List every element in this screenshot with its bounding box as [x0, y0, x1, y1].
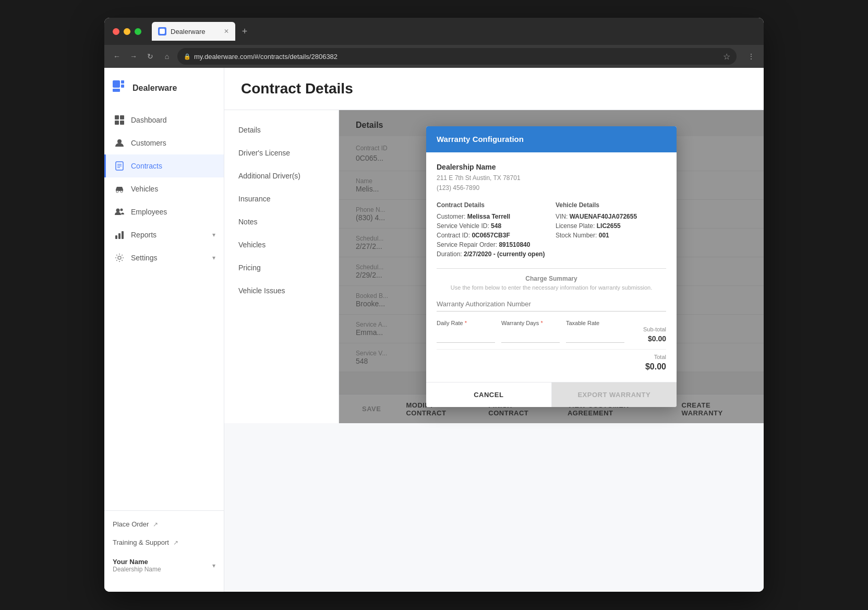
sidebar-item-vehicles[interactable]: Vehicles — [104, 177, 224, 200]
employees-icon — [114, 207, 125, 217]
dealership-address: 211 E 7th St Austin, TX 78701 — [437, 173, 666, 183]
taxable-rate-input[interactable] — [566, 328, 624, 343]
place-order-link[interactable]: Place Order ↗ — [104, 515, 224, 533]
subtotal-value: $0.00 — [633, 334, 666, 343]
user-section[interactable]: Your Name Dealership Name ▾ — [104, 552, 224, 579]
total-label: Total — [645, 354, 666, 360]
subtotal-section: Sub-total $0.00 — [624, 326, 666, 343]
settings-icon — [114, 253, 125, 263]
nav-insurance[interactable]: Insurance — [224, 187, 339, 210]
address-bar: ← → ↻ ⌂ 🔒 my.dealerware.com/#/contracts/… — [104, 45, 764, 68]
sidebar-item-dashboard[interactable]: Dashboard — [104, 109, 224, 131]
reports-label: Reports — [131, 231, 156, 239]
close-button[interactable] — [113, 28, 119, 35]
nav-drivers-license[interactable]: Driver's License — [224, 141, 339, 164]
employees-label: Employees — [131, 208, 167, 216]
sidebar-item-settings[interactable]: Settings ▾ — [104, 246, 224, 269]
stock-row: Stock Number: 001 — [556, 232, 666, 239]
vehicle-details-section: Vehicle Details VIN: WAUENAF40JA072655 L… — [556, 201, 666, 260]
svg-rect-3 — [113, 89, 120, 92]
tab-close-icon[interactable]: ✕ — [224, 28, 229, 35]
new-tab-button[interactable]: + — [237, 24, 252, 39]
warranty-days-field: Warranty Days * — [501, 320, 560, 343]
reports-icon — [114, 230, 125, 240]
stock-value: 001 — [599, 232, 609, 239]
sidebar: Dealerware Dashboard — [104, 68, 224, 592]
customers-label: Customers — [131, 139, 166, 147]
tab-favicon — [158, 27, 166, 35]
sidebar-item-reports[interactable]: Reports ▾ — [104, 223, 224, 246]
logo-text: Dealerware — [132, 83, 177, 93]
sidebar-item-contracts[interactable]: Contracts — [104, 154, 224, 177]
cancel-button[interactable]: CANCEL — [426, 382, 552, 407]
page-title: Contract Details — [241, 80, 747, 97]
training-support-label: Training & Support — [113, 539, 169, 546]
sidebar-item-employees[interactable]: Employees — [104, 200, 224, 223]
service-vehicle-value: 548 — [491, 222, 501, 230]
fullscreen-button[interactable] — [135, 28, 141, 35]
settings-arrow-icon: ▾ — [212, 254, 215, 261]
modal-details-grid: Contract Details Customer: Melissa Terre… — [437, 201, 666, 260]
home-button[interactable]: ⌂ — [161, 50, 173, 63]
dashboard-icon — [114, 115, 125, 125]
modal-header: Warranty Configuration — [426, 126, 677, 152]
forward-button[interactable]: → — [127, 50, 140, 63]
repair-order-value: 891510840 — [499, 241, 530, 248]
warranty-days-label: Warranty Days * — [501, 320, 560, 326]
modal-overlay: Warranty Configuration Dealership Name 2… — [339, 110, 764, 423]
warranty-days-input[interactable] — [501, 328, 560, 343]
logo: Dealerware — [104, 76, 224, 109]
customer-value: Melissa Terrell — [467, 213, 511, 220]
sidebar-item-customers[interactable]: Customers — [104, 131, 224, 154]
svg-rect-0 — [113, 80, 120, 88]
vehicles-icon — [114, 184, 125, 194]
nav-details[interactable]: Details — [224, 118, 339, 141]
external-link-icon: ↗ — [153, 521, 158, 528]
service-vehicle-row: Service Vehicle ID: 548 — [437, 222, 547, 230]
total-row: Total $0.00 — [437, 349, 666, 372]
license-value: LIC2655 — [597, 222, 621, 230]
app-container: Dealerware Dashboard — [104, 68, 764, 592]
user-name: Your Name — [113, 558, 161, 566]
url-bar[interactable]: 🔒 my.dealerware.com/#/contracts/details/… — [177, 48, 737, 65]
warranty-auth-input[interactable] — [437, 297, 666, 312]
svg-point-8 — [117, 139, 122, 143]
contract-id-modal-value: 0C0657CB3F — [472, 232, 510, 239]
svg-rect-4 — [115, 115, 119, 119]
external-link-icon-2: ↗ — [173, 539, 178, 546]
logo-icon — [113, 80, 128, 96]
svg-rect-5 — [120, 115, 124, 119]
nav-notes[interactable]: Notes — [224, 210, 339, 233]
sidebar-footer: Place Order ↗ Training & Support ↗ Your … — [104, 510, 224, 583]
user-chevron-icon: ▾ — [212, 562, 215, 569]
svg-rect-19 — [122, 231, 124, 239]
user-dealership: Dealership Name — [113, 566, 161, 573]
back-button[interactable]: ← — [111, 50, 123, 63]
bookmark-icon[interactable]: ☆ — [723, 52, 730, 62]
minimize-button[interactable] — [124, 28, 130, 35]
training-support-link[interactable]: Training & Support ↗ — [104, 533, 224, 552]
contracts-label: Contracts — [131, 162, 162, 170]
export-warranty-button[interactable]: EXPORT WARRANTY — [552, 382, 677, 407]
content-area: Details Driver's License Additional Driv… — [224, 110, 764, 423]
vin-row: VIN: WAUENAF40JA072655 — [556, 213, 666, 220]
reload-button[interactable]: ↻ — [144, 50, 156, 63]
settings-label: Settings — [131, 254, 158, 262]
svg-rect-1 — [121, 80, 124, 83]
contracts-icon — [114, 161, 125, 171]
charge-summary-section: Charge Summary Use the form below to ent… — [437, 268, 666, 372]
taxable-rate-field: Taxable Rate — [566, 320, 624, 343]
nav-pricing[interactable]: Pricing — [224, 256, 339, 279]
active-tab[interactable]: Dealerware ✕ — [152, 22, 235, 41]
lock-icon: 🔒 — [184, 53, 191, 60]
charge-summary-sub: Use the form below to enter the necessar… — [437, 284, 666, 291]
duration-row: Duration: 2/27/2020 - (currently open) — [437, 250, 547, 258]
daily-rate-input[interactable] — [437, 328, 495, 343]
browser-menu-button[interactable]: ⋮ — [745, 50, 757, 63]
nav-vehicles[interactable]: Vehicles — [224, 233, 339, 256]
repair-order-row: Service Repair Order: 891510840 — [437, 241, 547, 248]
nav-additional-drivers[interactable]: Additional Driver(s) — [224, 164, 339, 187]
svg-rect-18 — [118, 233, 120, 239]
nav-vehicle-issues[interactable]: Vehicle Issues — [224, 279, 339, 302]
dashboard-label: Dashboard — [131, 116, 167, 124]
